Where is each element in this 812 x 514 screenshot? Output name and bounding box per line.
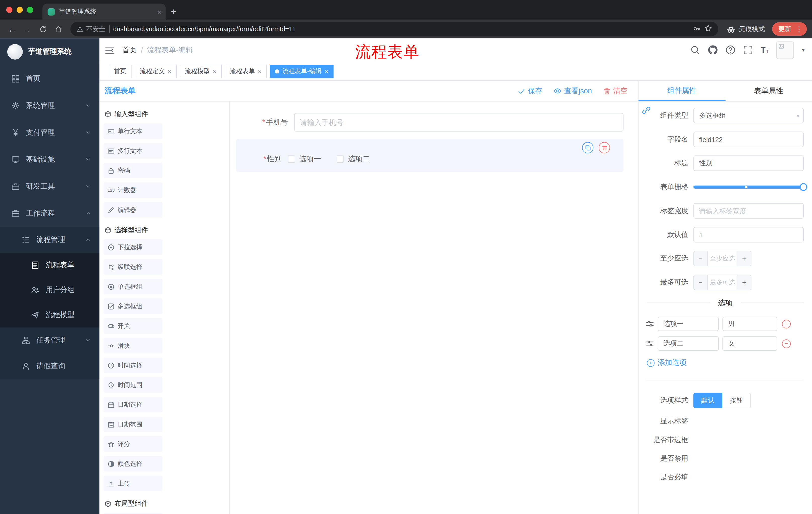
tag-process-definition[interactable]: 流程定义 × [135, 64, 177, 78]
back-button[interactable]: ← [5, 22, 19, 36]
user-avatar[interactable] [777, 41, 794, 59]
tag-process-form-edit[interactable]: 流程表单-编辑 × [270, 64, 334, 78]
sidebar-item-process-management[interactable]: 流程管理 [0, 227, 99, 253]
drag-handle-icon[interactable] [646, 340, 654, 348]
collapse-sidebar-icon[interactable] [105, 45, 115, 55]
component-date-range[interactable]: 日期范围 [104, 417, 163, 432]
field-name-input[interactable] [693, 132, 804, 147]
component-select[interactable]: 下拉选择 [104, 239, 163, 255]
sidebar-item-process-form[interactable]: 流程表单 [0, 253, 99, 278]
option-value-input[interactable] [722, 336, 777, 351]
phone-input[interactable] [294, 113, 624, 132]
sidebar-item-task-management[interactable]: 任务管理 [0, 327, 99, 353]
browser-menu-icon[interactable]: ⋮ [793, 25, 805, 33]
min-select-input[interactable] [708, 251, 737, 266]
tag-close-icon[interactable]: × [168, 67, 171, 75]
slider-track[interactable] [693, 186, 804, 189]
delete-component-button[interactable] [599, 142, 610, 154]
home-button[interactable] [52, 22, 65, 36]
search-icon[interactable] [690, 45, 700, 55]
component-password[interactable]: 密码 [104, 163, 163, 178]
security-status[interactable]: 不安全 [77, 25, 105, 33]
sidebar-item-user-group[interactable]: 用户分组 [0, 278, 99, 302]
reload-button[interactable] [36, 22, 50, 36]
title-input[interactable] [693, 155, 804, 171]
component-radio-group[interactable]: 单选框组 [104, 279, 163, 295]
remove-option-icon[interactable]: − [782, 319, 791, 328]
view-json-button[interactable]: 查看json [554, 86, 592, 96]
browser-update-button[interactable]: 更新 ⋮ [772, 22, 807, 36]
increase-button[interactable]: + [737, 251, 751, 266]
browser-tab[interactable]: 芋道管理系统 × [42, 3, 166, 20]
save-button[interactable]: 保存 [518, 86, 543, 96]
grid-slider[interactable] [693, 179, 804, 195]
tag-process-model[interactable]: 流程模型 × [180, 64, 222, 78]
drag-handle-icon[interactable] [646, 320, 654, 328]
component-upload[interactable]: 上传 [104, 476, 163, 491]
clear-button[interactable]: 清空 [603, 86, 628, 96]
component-rate[interactable]: 评分 [104, 436, 163, 452]
github-icon[interactable] [708, 45, 718, 55]
window-zoom-button[interactable] [27, 7, 33, 13]
option-label-input[interactable] [658, 336, 719, 351]
component-editor[interactable]: 编辑器 [104, 202, 163, 218]
tab-component-props[interactable]: 组件属性 [638, 81, 725, 101]
component-row-container[interactable]: 行容器 [104, 513, 163, 514]
help-icon[interactable] [726, 45, 735, 55]
component-type-value[interactable] [693, 108, 804, 124]
increase-button[interactable]: + [737, 275, 751, 290]
canvas-field-phone[interactable]: *手机号 [236, 113, 631, 132]
address-bar[interactable]: 不安全 dashboard.yudao.iocoder.cn/bpm/manag… [70, 22, 718, 36]
style-button-button[interactable]: 按钮 [722, 393, 751, 408]
avatar-caret-icon[interactable]: ▾ [802, 47, 805, 53]
tag-close-icon[interactable]: × [258, 67, 262, 75]
breadcrumb-home[interactable]: 首页 [122, 45, 137, 55]
sidebar-logo[interactable]: 芋道管理系统 [0, 38, 99, 65]
url-text[interactable]: dashboard.yudao.iocoder.cn/bpm/manager/f… [113, 25, 689, 33]
gender-option-1[interactable]: 选项一 [288, 154, 321, 164]
link-icon[interactable] [642, 106, 651, 115]
sidebar-item-process-model[interactable]: 流程模型 [0, 302, 99, 327]
decrease-button[interactable]: − [694, 275, 708, 290]
component-time-range[interactable]: 时间范围 [104, 377, 163, 393]
decrease-button[interactable]: − [694, 251, 708, 266]
font-size-icon[interactable]: TT [761, 46, 768, 54]
new-tab-button[interactable]: + [171, 7, 176, 17]
component-color-picker[interactable]: 颜色选择 [104, 456, 163, 471]
tag-process-form[interactable]: 流程表单 × [225, 64, 267, 78]
component-counter[interactable]: 123 计数器 [104, 182, 163, 198]
remove-option-icon[interactable]: − [782, 339, 791, 348]
component-checkbox-group[interactable]: 多选框组 [104, 298, 163, 314]
sidebar-item-system[interactable]: 系统管理 [0, 92, 99, 119]
component-text-input[interactable]: 单行文本 [104, 123, 163, 139]
component-slider[interactable]: 滑块 [104, 338, 163, 353]
option-value-input[interactable] [722, 317, 777, 331]
tag-close-icon[interactable]: × [325, 67, 328, 75]
option-label-input[interactable] [658, 317, 719, 331]
canvas-field-gender-selected[interactable]: *性别 选项一 选项二 [236, 139, 624, 172]
sidebar-item-infrastructure[interactable]: 基础设施 [0, 146, 99, 173]
bookmark-star-icon[interactable] [704, 24, 712, 34]
component-type-select[interactable]: ▾ [693, 108, 804, 124]
sidebar-item-payment[interactable]: 支付管理 [0, 119, 99, 146]
component-time-picker[interactable]: 时间选择 [104, 358, 163, 373]
password-key-icon[interactable] [693, 24, 701, 34]
default-value-input[interactable] [693, 227, 804, 242]
max-select-input[interactable] [708, 275, 737, 290]
component-date-picker[interactable]: 日期选择 [104, 397, 163, 412]
copy-component-button[interactable] [582, 142, 593, 154]
label-width-input[interactable] [693, 203, 804, 219]
fullscreen-icon[interactable] [743, 45, 753, 55]
sidebar-item-devtools[interactable]: 研发工具 [0, 173, 99, 200]
component-cascader[interactable]: 级联选择 [104, 259, 163, 275]
sidebar-item-leave-query[interactable]: 请假查询 [0, 353, 99, 379]
window-minimize-button[interactable] [17, 7, 23, 13]
gender-option-2[interactable]: 选项二 [337, 154, 370, 164]
sidebar-item-workflow[interactable]: 工作流程 [0, 200, 99, 227]
window-close-button[interactable] [6, 7, 12, 13]
tag-close-icon[interactable]: × [213, 67, 216, 75]
sidebar-item-home[interactable]: 首页 [0, 65, 99, 92]
component-switch[interactable]: 开关 [104, 318, 163, 334]
forward-button[interactable]: → [21, 22, 34, 36]
tab-close-icon[interactable]: × [157, 8, 162, 15]
